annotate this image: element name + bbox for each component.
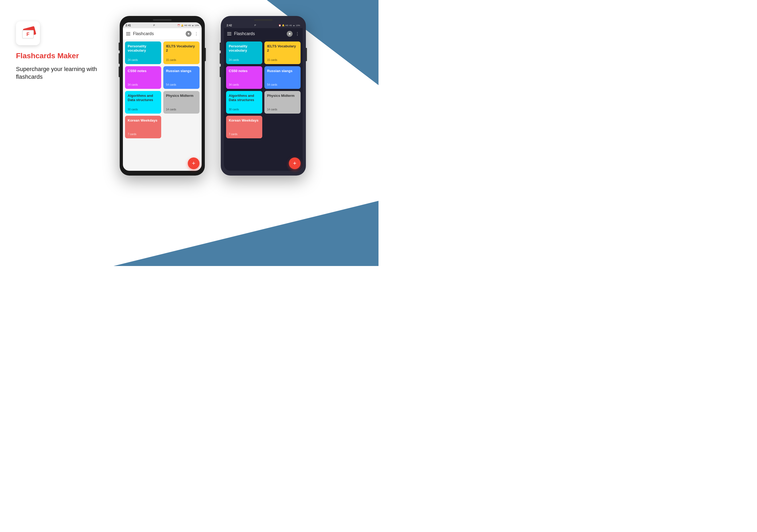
phone-dark-power-button: [306, 48, 307, 61]
menu-line-dark-2: [227, 34, 231, 34]
menu-line-dark-1: [227, 32, 231, 33]
cards-scroll-dark[interactable]: Personality vocabulary 24 cards IELTS Vo…: [224, 39, 303, 171]
hamburger-menu-dark[interactable]: [227, 32, 231, 35]
card-physics-title-dark: Physics Midterm: [267, 94, 298, 98]
left-panel: F Flashcards Maker Supercharge your lear…: [16, 21, 117, 80]
card-korean-light[interactable]: Korean Weekdays 7 cards: [125, 116, 161, 138]
menu-line-dark-3: [227, 35, 231, 35]
card-algorithms-title-light: Algorithms and Data structures: [128, 94, 159, 102]
fab-light[interactable]: +: [188, 157, 199, 169]
status-bar-dark: 2:42 P ⏰ 🔔 HD 4G ▲ 13%: [224, 22, 303, 28]
status-icons-light: ⏰ 🔔 HD 4G ▲ 13%: [177, 24, 199, 27]
app-icon-letter: F: [27, 32, 30, 37]
card-cs50-count-light: 34 cards: [128, 83, 159, 86]
notification-icon-dark: 🔔: [282, 24, 285, 27]
menu-line-1: [126, 32, 130, 33]
card-korean-title-light: Korean Weekdays: [128, 118, 159, 123]
card-ielts-count-light: 15 cards: [166, 58, 197, 61]
card-ielts-title-dark: IELTS Vocabulary 2: [267, 44, 298, 52]
card-personality-light[interactable]: Personality vocabulary 24 cards: [125, 42, 161, 64]
phone-dark-volume-down: [220, 67, 221, 77]
card-ielts-title-light: IELTS Vocabulary 2: [166, 44, 197, 52]
signal-icon-dark: ▲: [293, 24, 295, 27]
cards-grid-light: Personality vocabulary 24 cards IELTS Vo…: [123, 39, 202, 141]
phone-light: 2:41 P ⏰ 🔔 HD 4G ▲ 13% Flashcards: [120, 16, 205, 175]
card-russian-light[interactable]: Russian slangs 54 cards: [163, 66, 199, 89]
card-korean-count-light: 7 cards: [128, 133, 159, 136]
battery-label: 13%: [195, 24, 199, 27]
phone-volume-up: [119, 53, 120, 64]
cards-scroll-light[interactable]: Personality vocabulary 24 cards IELTS Vo…: [123, 39, 202, 171]
card-ielts-count-dark: 15 cards: [267, 58, 298, 61]
card-physics-title-light: Physics Midterm: [166, 94, 197, 98]
phone-speaker: [153, 19, 171, 21]
cards-grid-dark: Personality vocabulary 24 cards IELTS Vo…: [224, 39, 303, 141]
brightness-icon-dark: [288, 32, 291, 36]
card-korean-count-dark: 7 cards: [229, 133, 259, 136]
app-icon: F: [16, 21, 40, 45]
phone-dark-speaker: [254, 19, 273, 21]
card-ielts-light[interactable]: IELTS Vocabulary 2 15 cards: [163, 42, 199, 64]
phone-power-button: [205, 48, 206, 61]
alarm-icon: ⏰: [177, 24, 180, 27]
app-bar-title-light: Flashcards: [133, 31, 183, 36]
status-indicator-light: P: [153, 24, 155, 27]
status-icons-dark: ⏰ 🔔 HD 4G ▲ 13%: [279, 24, 300, 27]
card-algorithms-count-dark: 30 cards: [229, 108, 259, 111]
status-time-light: 2:41: [126, 24, 131, 27]
card-russian-count-dark: 54 cards: [267, 83, 298, 86]
card-algorithms-dark[interactable]: Algorithms and Data structures 30 cards: [226, 91, 262, 113]
status-time-dark: 2:42: [227, 24, 232, 27]
card-cs50-light[interactable]: CS50 notes 34 cards: [125, 66, 161, 89]
app-bar-light: Flashcards ⋮: [123, 28, 202, 39]
hd-label-dark: HD: [286, 24, 288, 27]
card-korean-dark[interactable]: Korean Weekdays 7 cards: [226, 116, 262, 138]
menu-line-3: [126, 35, 130, 35]
phone-dark-body: 2:42 P ⏰ 🔔 HD 4G ▲ 13% Flashcards: [221, 16, 306, 175]
card-cs50-title-light: CS50 notes: [128, 69, 159, 73]
phone-dark-screen: 2:42 P ⏰ 🔔 HD 4G ▲ 13% Flashcards: [224, 22, 303, 171]
card-physics-count-dark: 14 cards: [267, 108, 298, 111]
fab-dark[interactable]: +: [289, 157, 301, 169]
card-personality-title-light: Personality vocabulary: [128, 44, 159, 52]
theme-toggle-dark[interactable]: [287, 31, 292, 37]
phone-light-body: 2:41 P ⏰ 🔔 HD 4G ▲ 13% Flashcards: [120, 16, 205, 175]
app-title: Flashcards Maker: [16, 51, 117, 60]
network-icon-dark: 4G: [289, 24, 292, 27]
card-algorithms-light[interactable]: Algorithms and Data structures 30 cards: [125, 91, 161, 113]
brightness-icon: [187, 32, 191, 36]
svg-line-3: [187, 32, 188, 33]
status-indicator-dark: P: [254, 24, 256, 27]
hamburger-menu-light[interactable]: [126, 32, 130, 35]
card-algorithms-title-dark: Algorithms and Data structures: [229, 94, 259, 102]
card-physics-light[interactable]: Physics Midterm 14 cards: [163, 91, 199, 113]
phone-dark-volume-up: [220, 53, 221, 64]
svg-point-0: [188, 33, 189, 35]
phone-volume-mute: [119, 43, 120, 50]
theme-toggle-light[interactable]: [186, 31, 192, 37]
card-ielts-dark[interactable]: IELTS Vocabulary 2 15 cards: [264, 42, 301, 64]
card-cs50-count-dark: 34 cards: [229, 83, 259, 86]
app-tagline: Supercharge your learning with flashcard…: [16, 65, 117, 80]
card-personality-count-dark: 24 cards: [229, 58, 259, 61]
card-russian-title-light: Russian slangs: [166, 69, 197, 73]
card-cs50-title-dark: CS50 notes: [229, 69, 259, 73]
battery-label-dark: 13%: [296, 24, 300, 27]
card-physics-dark[interactable]: Physics Midterm 14 cards: [264, 91, 301, 113]
status-bar-light: 2:41 P ⏰ 🔔 HD 4G ▲ 13%: [123, 22, 202, 28]
card-russian-dark[interactable]: Russian slangs 54 cards: [264, 66, 301, 89]
signal-icon: ▲: [192, 24, 194, 27]
card-personality-dark[interactable]: Personality vocabulary 24 cards: [226, 42, 262, 64]
hd-label: HD: [184, 24, 188, 27]
card-algorithms-count-light: 30 cards: [128, 108, 159, 111]
notification-icon: 🔔: [181, 24, 184, 27]
phone-dark: 2:42 P ⏰ 🔔 HD 4G ▲ 13% Flashcards: [221, 16, 306, 175]
phone-volume-down: [119, 67, 120, 77]
more-options-light[interactable]: ⋮: [194, 31, 198, 36]
app-bar-dark: Flashcards ⋮: [224, 28, 303, 39]
card-cs50-dark[interactable]: CS50 notes 34 cards: [226, 66, 262, 89]
svg-point-7: [289, 33, 290, 35]
card-korean-title-dark: Korean Weekdays: [229, 118, 259, 123]
card-personality-count-light: 24 cards: [128, 58, 159, 61]
more-options-dark[interactable]: ⋮: [295, 31, 299, 36]
